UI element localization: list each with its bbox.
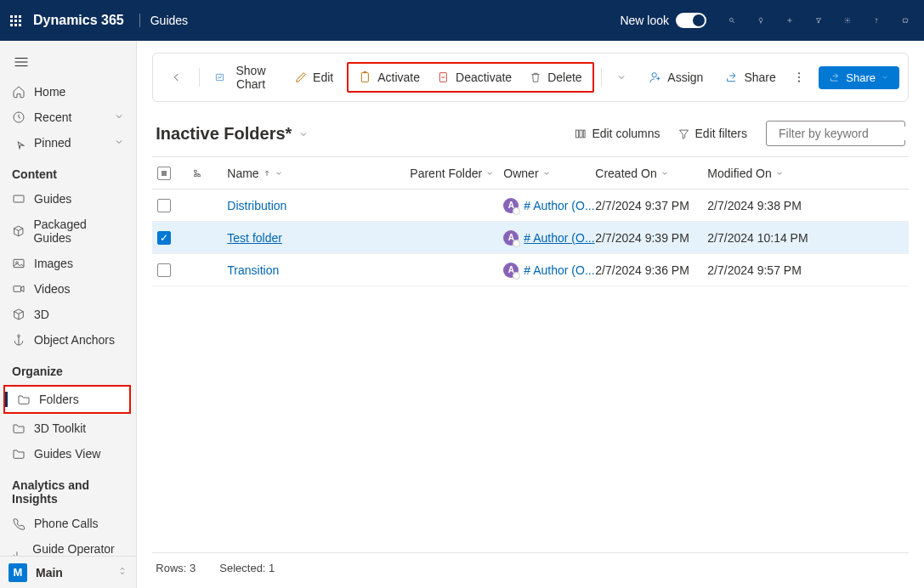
svg-rect-23 bbox=[576, 130, 579, 138]
area-switcher[interactable]: M Main bbox=[0, 556, 136, 588]
svg-rect-6 bbox=[903, 19, 907, 22]
avatar: A bbox=[503, 263, 519, 278]
folder-icon bbox=[12, 421, 26, 435]
chevron-down-icon bbox=[114, 110, 124, 124]
hierarchy-column-header[interactable] bbox=[193, 169, 227, 178]
chevron-down-icon bbox=[275, 169, 283, 178]
row-checkbox[interactable] bbox=[157, 263, 171, 277]
show-chart-button[interactable]: Show Chart bbox=[207, 59, 281, 96]
app-area-name: Guides bbox=[139, 14, 188, 27]
chevron-down-icon bbox=[542, 169, 551, 178]
record-name-link[interactable]: Test folder bbox=[227, 231, 282, 245]
sidebar-label: Phone Calls bbox=[34, 517, 99, 530]
row-checkbox[interactable] bbox=[157, 199, 171, 212]
sidebar-item-guides-view[interactable]: Guides View bbox=[0, 441, 136, 466]
cmd-label: Share bbox=[744, 71, 775, 84]
sidebar: Home Recent Pinned Content Guides Packag… bbox=[0, 41, 137, 588]
sidebar-label-recent: Recent bbox=[34, 110, 71, 124]
share-primary-button[interactable]: Share bbox=[819, 66, 899, 89]
package-icon bbox=[12, 224, 25, 238]
folder-icon bbox=[12, 447, 26, 461]
created-on-value: 2/7/2024 9:37 PM bbox=[595, 199, 707, 212]
svg-rect-12 bbox=[14, 259, 24, 267]
command-bar: Show Chart Edit Activate Deactivate Dele… bbox=[152, 53, 909, 102]
activate-deactivate-delete-annotation: Activate Deactivate Delete bbox=[347, 62, 593, 93]
owner-column-header[interactable]: Owner bbox=[503, 167, 595, 180]
owner-link[interactable]: # Author (O... bbox=[524, 199, 594, 212]
sidebar-item-guides[interactable]: Guides bbox=[0, 186, 136, 212]
sidebar-item-recent[interactable]: Recent bbox=[0, 105, 136, 130]
filter-funnel-icon[interactable] bbox=[810, 12, 827, 29]
sidebar-item-object-anchors[interactable]: Object Anchors bbox=[0, 327, 136, 353]
sidebar-item-3d[interactable]: 3D bbox=[0, 302, 136, 327]
app-launcher-icon[interactable] bbox=[10, 15, 21, 26]
record-name-link[interactable]: Distribution bbox=[227, 199, 286, 212]
svg-point-0 bbox=[729, 18, 733, 21]
select-all-checkbox[interactable] bbox=[157, 167, 171, 180]
table-row[interactable]: Test folderA# Author (O...2/7/2024 9:39 … bbox=[152, 222, 909, 254]
sidebar-item-phone-calls[interactable]: Phone Calls bbox=[0, 511, 136, 536]
sidebar-item-packaged-guides[interactable]: Packaged Guides bbox=[0, 212, 136, 251]
lightbulb-icon[interactable] bbox=[752, 12, 769, 29]
edit-filters-button[interactable]: Edit filters bbox=[669, 122, 756, 145]
sidebar-collapse-button[interactable] bbox=[0, 44, 136, 79]
assistant-icon[interactable] bbox=[897, 12, 914, 29]
svg-rect-14 bbox=[14, 286, 21, 292]
sidebar-label: Videos bbox=[34, 282, 71, 296]
plus-icon[interactable] bbox=[781, 12, 798, 29]
filter-keyword-input[interactable] bbox=[779, 127, 924, 140]
filter-keyword-box[interactable] bbox=[766, 121, 905, 146]
sidebar-section-analytics: Analytics and Insights bbox=[0, 466, 136, 511]
sidebar-item-videos[interactable]: Videos bbox=[0, 276, 136, 302]
cmd-label: Deactivate bbox=[456, 71, 512, 84]
table-row[interactable]: TransitionA# Author (O...2/7/2024 9:36 P… bbox=[152, 254, 909, 286]
created-on-column-header[interactable]: Created On bbox=[595, 167, 707, 180]
th-label: Parent Folder bbox=[410, 167, 482, 180]
share-button[interactable]: Share bbox=[717, 65, 784, 89]
table-row[interactable]: DistributionA# Author (O...2/7/2024 9:37… bbox=[152, 189, 909, 222]
sidebar-item-home[interactable]: Home bbox=[0, 79, 136, 105]
more-commands-button[interactable] bbox=[790, 71, 809, 84]
sidebar-item-3d-toolkit[interactable]: 3D Toolkit bbox=[0, 416, 136, 441]
image-icon bbox=[12, 257, 26, 270]
new-look-toggle[interactable] bbox=[676, 13, 706, 28]
sidebar-label: Packaged Guides bbox=[33, 218, 124, 245]
back-button[interactable] bbox=[162, 65, 192, 89]
parent-folder-column-header[interactable]: Parent Folder bbox=[410, 167, 503, 180]
owner-link[interactable]: # Author (O... bbox=[524, 231, 594, 245]
view-selector[interactable]: Inactive Folders* bbox=[156, 124, 309, 144]
deactivate-button[interactable]: Deactivate bbox=[428, 65, 520, 89]
app-name: Dynamics 365 bbox=[33, 13, 124, 28]
sidebar-item-pinned[interactable]: Pinned bbox=[0, 130, 136, 155]
selected-count: Selected: 1 bbox=[219, 562, 275, 574]
modified-on-value: 2/7/2024 9:38 PM bbox=[707, 199, 835, 212]
record-name-link[interactable]: Transition bbox=[227, 263, 279, 277]
sidebar-item-guide-operator[interactable]: Guide Operator S... bbox=[0, 536, 136, 556]
help-icon[interactable] bbox=[868, 12, 885, 29]
sidebar-item-folders[interactable]: Folders bbox=[5, 387, 129, 412]
new-look-label: New look bbox=[620, 14, 669, 27]
divider bbox=[199, 68, 200, 87]
th-label: Owner bbox=[503, 167, 538, 180]
edit-button[interactable]: Edit bbox=[286, 65, 342, 89]
anchor-icon bbox=[12, 333, 26, 347]
gear-icon[interactable] bbox=[839, 12, 856, 29]
sidebar-section-content: Content bbox=[0, 155, 136, 186]
activate-button[interactable]: Activate bbox=[350, 65, 428, 89]
assign-button[interactable]: Assign bbox=[640, 65, 711, 89]
row-checkbox[interactable] bbox=[157, 231, 171, 245]
edit-columns-button[interactable]: Edit columns bbox=[565, 122, 668, 145]
delete-button[interactable]: Delete bbox=[520, 65, 590, 89]
sidebar-label-pinned: Pinned bbox=[34, 136, 71, 150]
modified-on-column-header[interactable]: Modified On bbox=[707, 167, 835, 180]
cmd-label: Activate bbox=[377, 71, 420, 84]
svg-rect-24 bbox=[580, 130, 582, 138]
svg-point-22 bbox=[798, 81, 800, 82]
search-icon[interactable] bbox=[723, 12, 740, 29]
chevron-down-icon bbox=[114, 136, 124, 150]
owner-link[interactable]: # Author (O... bbox=[524, 263, 594, 277]
overflow-chevron-button[interactable] bbox=[608, 67, 635, 88]
sidebar-label: 3D Toolkit bbox=[34, 421, 86, 435]
sidebar-item-images[interactable]: Images bbox=[0, 251, 136, 276]
name-column-header[interactable]: Name bbox=[227, 167, 410, 180]
